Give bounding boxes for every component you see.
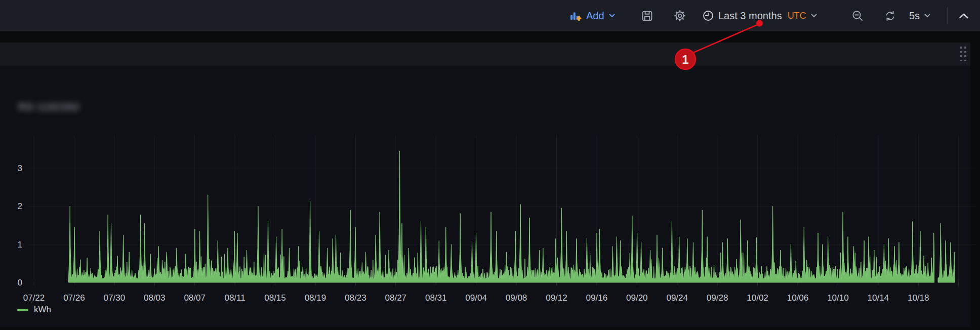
grafana-dashboard: Add xyxy=(0,0,980,330)
x-tick-label: 08/23 xyxy=(345,293,366,303)
x-tick-label: 08/27 xyxy=(385,293,407,303)
x-tick-label: 08/03 xyxy=(144,293,166,303)
x-tick-label: 09/24 xyxy=(666,293,688,303)
x-tick-label: 08/11 xyxy=(224,293,245,303)
x-tick-label: 07/26 xyxy=(63,293,85,303)
x-tick-label: 08/19 xyxy=(305,293,326,303)
y-tick-label: 3 xyxy=(18,163,22,173)
kwh-timeseries-chart[interactable]: 07/2207/2607/3008/0308/0708/1108/1508/19… xyxy=(0,0,980,330)
x-tick-label: 08/31 xyxy=(425,293,447,303)
kwh-series-area xyxy=(938,223,955,282)
x-tick-label: 08/07 xyxy=(184,293,206,303)
x-tick-label: 08/15 xyxy=(264,293,286,303)
kwh-series-area xyxy=(69,151,934,282)
x-tick-label: 10/02 xyxy=(747,293,768,303)
y-tick-label: 1 xyxy=(18,240,22,250)
x-tick-label: 09/28 xyxy=(707,293,728,303)
x-tick-label: 07/22 xyxy=(23,293,45,303)
x-tick-label: 10/18 xyxy=(908,293,929,303)
y-tick-label: 0 xyxy=(18,278,22,287)
x-tick-label: 09/04 xyxy=(465,293,487,303)
y-tick-label: 2 xyxy=(18,201,22,211)
x-tick-label: 09/16 xyxy=(586,293,608,303)
x-tick-label: 09/12 xyxy=(546,293,567,303)
x-tick-label: 10/14 xyxy=(868,293,889,303)
x-tick-label: 09/20 xyxy=(626,293,648,303)
legend-series-swatch xyxy=(17,309,28,311)
legend-item-kwh[interactable]: kWh xyxy=(17,305,51,315)
legend-series-label: kWh xyxy=(34,305,51,315)
x-tick-label: 09/08 xyxy=(506,293,527,303)
x-tick-label: 10/06 xyxy=(787,293,809,303)
x-tick-label: 10/10 xyxy=(827,293,849,303)
x-tick-label: 07/30 xyxy=(104,293,126,303)
